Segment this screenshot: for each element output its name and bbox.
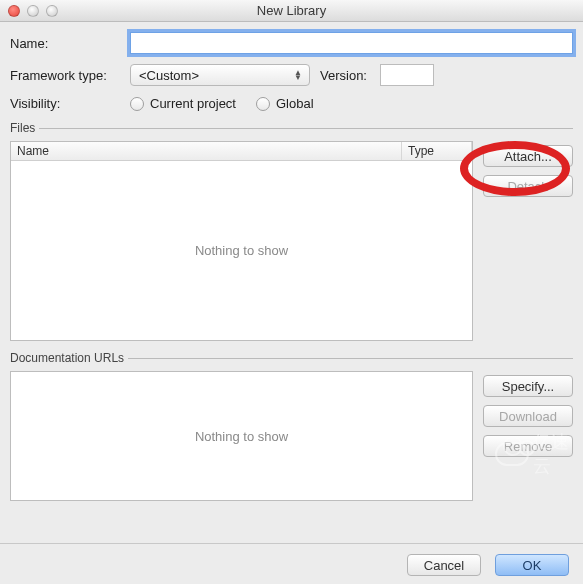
- name-input[interactable]: [130, 32, 573, 54]
- window-controls: [8, 5, 58, 17]
- documentation-listbox[interactable]: Nothing to show: [10, 371, 473, 501]
- framework-type-combo[interactable]: <Custom> ▲▼: [130, 64, 310, 86]
- remove-button: Remove: [483, 435, 573, 457]
- files-empty-text: Nothing to show: [11, 161, 472, 340]
- zoom-traffic-light[interactable]: [46, 5, 58, 17]
- visibility-current-label: Current project: [150, 96, 236, 111]
- dialog-footer: Cancel OK: [0, 543, 583, 584]
- visibility-current-radio[interactable]: Current project: [130, 96, 236, 111]
- specify-button[interactable]: Specify...: [483, 375, 573, 397]
- combo-stepper-icon: ▲▼: [291, 70, 305, 80]
- window-title: New Library: [0, 3, 583, 18]
- attach-button[interactable]: Attach...: [483, 145, 573, 167]
- framework-type-value: <Custom>: [139, 68, 199, 83]
- files-col-type[interactable]: Type: [402, 142, 472, 160]
- close-traffic-light[interactable]: [8, 5, 20, 17]
- titlebar: New Library: [0, 0, 583, 22]
- radio-icon: [256, 97, 270, 111]
- minimize-traffic-light[interactable]: [27, 5, 39, 17]
- cancel-button[interactable]: Cancel: [407, 554, 481, 576]
- files-group: Files Name Type Nothing to show Attach..…: [10, 121, 573, 341]
- radio-icon: [130, 97, 144, 111]
- files-legend: Files: [10, 121, 39, 135]
- documentation-empty-text: Nothing to show: [195, 429, 288, 444]
- version-label: Version:: [320, 68, 380, 83]
- documentation-legend: Documentation URLs: [10, 351, 128, 365]
- framework-type-label: Framework type:: [10, 68, 130, 83]
- version-input[interactable]: [380, 64, 434, 86]
- name-label: Name:: [10, 36, 130, 51]
- detach-button: Detach: [483, 175, 573, 197]
- download-button: Download: [483, 405, 573, 427]
- files-col-name[interactable]: Name: [11, 142, 402, 160]
- documentation-group: Documentation URLs Nothing to show Speci…: [10, 351, 573, 501]
- ok-button[interactable]: OK: [495, 554, 569, 576]
- visibility-global-label: Global: [276, 96, 314, 111]
- visibility-global-radio[interactable]: Global: [256, 96, 314, 111]
- files-listbox[interactable]: Name Type Nothing to show: [10, 141, 473, 341]
- files-list-header: Name Type: [11, 142, 472, 161]
- visibility-label: Visibility:: [10, 96, 130, 111]
